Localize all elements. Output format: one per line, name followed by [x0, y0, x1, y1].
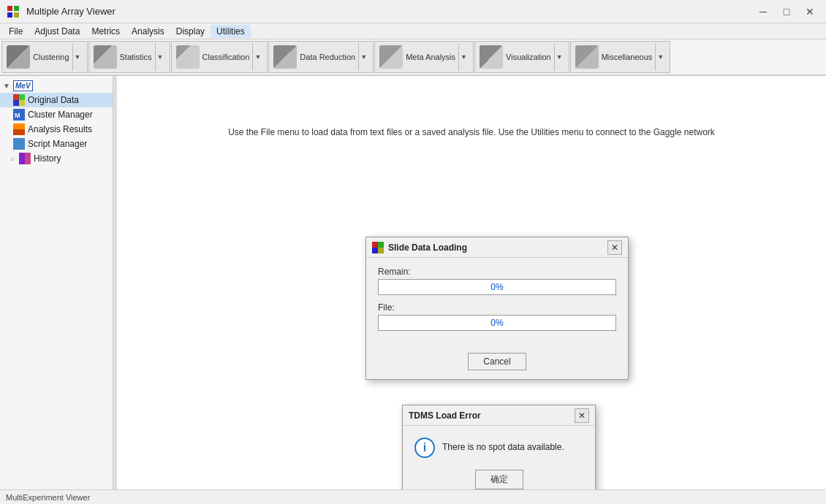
sidebar-label-history: History — [34, 153, 61, 164]
clustering-label: Clustering — [33, 53, 69, 61]
svg-rect-16 — [378, 242, 384, 248]
toolbar-data-reduction[interactable]: Data Reduction ▼ — [268, 41, 374, 73]
svg-rect-6 — [13, 100, 19, 106]
miscellaneous-icon — [575, 45, 599, 69]
visualization-arrow[interactable]: ▼ — [554, 43, 564, 71]
svg-rect-14 — [25, 153, 31, 164]
sidebar-item-analysis-results[interactable]: Analysis Results — [0, 122, 113, 137]
statistics-label: Statistics — [120, 53, 152, 61]
tdms-dialog-close[interactable]: ✕ — [575, 408, 589, 423]
sidebar-item-mev[interactable]: ▼ MeV — [0, 79, 113, 93]
svg-text:M: M — [15, 112, 20, 119]
clustering-arrow[interactable]: ▼ — [72, 43, 83, 71]
sidebar-label-cluster-manager: Cluster Manager — [28, 110, 93, 120]
svg-rect-18 — [378, 248, 384, 253]
file-label: File: — [378, 302, 616, 313]
statistics-icon — [94, 45, 117, 69]
history-expand: ○ — [10, 155, 15, 163]
slide-data-loading-dialog: Slide Data Loading ✕ Remain: 0% File: — [365, 237, 629, 380]
classification-icon — [176, 45, 200, 69]
menu-analysis[interactable]: Analysis — [126, 25, 170, 38]
svg-rect-5 — [19, 94, 25, 100]
classification-label: Classification — [202, 53, 250, 61]
slide-dialog-close[interactable]: ✕ — [607, 240, 622, 255]
statistics-arrow[interactable]: ▼ — [155, 43, 165, 71]
script-manager-icon — [13, 138, 25, 150]
toolbar-meta-analysis[interactable]: Meta Analysis ▼ — [374, 41, 474, 73]
menu-display[interactable]: Display — [170, 25, 211, 38]
file-section: File: 0% — [378, 302, 616, 331]
title-bar-left: Multiple Array Viewer — [6, 4, 115, 19]
toolbar: Clustering ▼ Statistics ▼ Classification… — [0, 39, 826, 76]
sidebar-item-cluster-manager[interactable]: M Cluster Manager — [0, 107, 113, 122]
remain-section: Remain: 0% — [378, 267, 616, 295]
file-progress-bar: 0% — [378, 315, 616, 331]
meta-analysis-label: Meta Analysis — [406, 53, 455, 61]
original-data-icon — [13, 94, 25, 106]
title-bar: Multiple Array Viewer ─ □ ✕ — [0, 0, 826, 23]
tdms-dialog-body: i There is no spot data available. 确定 — [403, 426, 595, 489]
data-reduction-icon — [273, 45, 297, 69]
svg-rect-3 — [14, 12, 19, 18]
svg-rect-4 — [13, 94, 19, 100]
remain-label: Remain: — [378, 267, 616, 277]
svg-rect-7 — [19, 100, 25, 106]
cancel-button[interactable]: Cancel — [468, 353, 526, 370]
slide-dialog-title: Slide Data Loading — [388, 243, 467, 253]
svg-rect-1 — [14, 6, 19, 11]
miscellaneous-arrow[interactable]: ▼ — [655, 43, 665, 71]
svg-rect-13 — [19, 153, 25, 164]
slide-dialog-body: Remain: 0% File: 0% — [366, 258, 628, 347]
menu-adjust-data[interactable]: Adjust Data — [29, 25, 86, 38]
maximize-button[interactable]: □ — [776, 1, 797, 22]
sidebar-item-original-data[interactable]: Original Data — [0, 93, 113, 107]
slide-dialog-icon — [372, 242, 384, 253]
meta-analysis-arrow[interactable]: ▼ — [458, 43, 469, 71]
slide-dialog-footer: Cancel — [366, 347, 628, 379]
status-bar: MultiExperiment Viewer — [0, 489, 826, 504]
app-icon — [6, 4, 20, 19]
sidebar-item-history[interactable]: ○ History — [0, 151, 113, 166]
meta-analysis-icon — [379, 45, 403, 69]
svg-rect-2 — [7, 12, 12, 18]
mev-logo: MeV — [13, 80, 33, 91]
remain-progress-text: 0% — [379, 280, 615, 294]
svg-rect-15 — [372, 242, 378, 248]
menu-metrics[interactable]: Metrics — [86, 25, 126, 38]
close-button[interactable]: ✕ — [800, 1, 820, 22]
clustering-icon — [7, 45, 30, 69]
sidebar: ▼ MeV Original Data M Cluster Manager — [0, 76, 113, 489]
toolbar-statistics[interactable]: Statistics ▼ — [88, 41, 170, 73]
error-message: There is no spot data available. — [442, 438, 564, 454]
file-progress-text: 0% — [379, 316, 615, 330]
minimize-button[interactable]: ─ — [753, 1, 773, 22]
svg-rect-17 — [372, 248, 378, 253]
tdms-dialog-title: TDMS Load Error — [409, 411, 481, 421]
window-title: Multiple Array Viewer — [26, 6, 115, 17]
svg-rect-11 — [13, 129, 25, 135]
menu-utilities[interactable]: Utilities — [211, 25, 251, 38]
remain-progress-bar: 0% — [378, 279, 616, 295]
dialog-overlay: Slide Data Loading ✕ Remain: 0% File: — [117, 76, 826, 489]
cluster-manager-icon: M — [13, 109, 25, 121]
title-bar-controls: ─ □ ✕ — [753, 1, 820, 22]
visualization-label: Visualization — [506, 53, 551, 61]
toolbar-visualization[interactable]: Visualization ▼ — [474, 41, 569, 73]
sidebar-label-original-data: Original Data — [28, 95, 79, 105]
tdms-dialog-footer: 确定 — [414, 470, 583, 489]
sidebar-item-script-manager[interactable]: Script Manager — [0, 137, 113, 151]
menu-file[interactable]: File — [3, 25, 29, 38]
classification-arrow[interactable]: ▼ — [252, 43, 262, 71]
toolbar-classification[interactable]: Classification ▼ — [171, 41, 268, 73]
svg-rect-0 — [7, 6, 12, 11]
history-icon — [19, 153, 31, 164]
error-content: i There is no spot data available. — [414, 438, 583, 458]
slide-dialog-title-left: Slide Data Loading — [372, 242, 467, 253]
toolbar-clustering[interactable]: Clustering ▼ — [1, 41, 88, 73]
content-area: Use the File menu to load data from text… — [117, 76, 826, 489]
sidebar-label-script-manager: Script Manager — [28, 139, 87, 149]
toolbar-miscellaneous[interactable]: Miscellaneous ▼ — [570, 41, 671, 73]
data-reduction-arrow[interactable]: ▼ — [358, 43, 368, 71]
ok-button[interactable]: 确定 — [475, 470, 523, 489]
slide-dialog-titlebar: Slide Data Loading ✕ — [366, 237, 628, 258]
